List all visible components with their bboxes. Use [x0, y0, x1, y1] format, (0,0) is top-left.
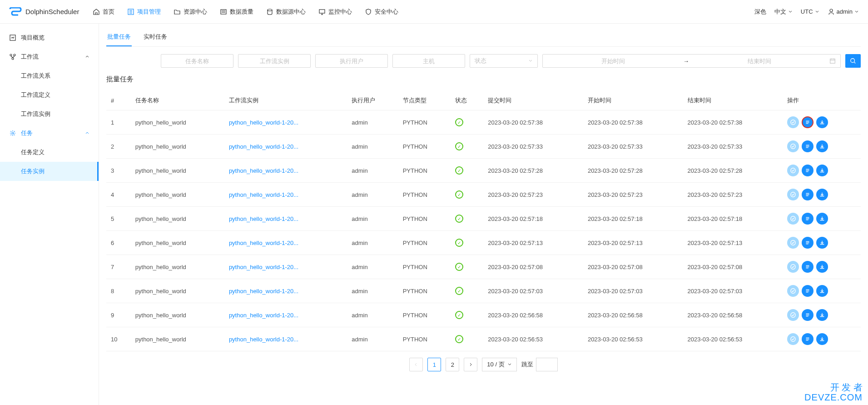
- search-icon: [850, 58, 856, 64]
- sidebar-task-instance[interactable]: 任务实例: [0, 162, 99, 181]
- lang-select[interactable]: 中文: [774, 8, 793, 16]
- filter-workflow-instance[interactable]: [238, 54, 311, 68]
- theme-toggle[interactable]: 深色: [754, 8, 766, 16]
- force-success-button[interactable]: [787, 309, 799, 321]
- view-log-button[interactable]: [802, 165, 813, 176]
- cell-index: 6: [106, 231, 131, 255]
- download-log-button[interactable]: [816, 140, 828, 152]
- nav-monitor[interactable]: 监控中心: [318, 8, 352, 16]
- filter-executor[interactable]: [315, 54, 388, 68]
- view-log-button[interactable]: [802, 140, 813, 152]
- cell-workflow-instance[interactable]: python_hello_world-1-20...: [224, 279, 347, 303]
- cell-workflow-instance[interactable]: python_hello_world-1-20...: [224, 110, 347, 135]
- cell-state: [451, 279, 483, 303]
- tabs: 批量任务 实时任务: [106, 28, 861, 47]
- view-log-button[interactable]: [802, 189, 813, 200]
- nav-security[interactable]: 安全中心: [365, 8, 398, 16]
- sidebar-workflow-instance[interactable]: 工作流实例: [0, 105, 99, 124]
- force-success-button[interactable]: [787, 261, 799, 273]
- cell-workflow-instance[interactable]: python_hello_world-1-20...: [224, 303, 347, 327]
- nav-resources[interactable]: 资源中心: [174, 8, 207, 16]
- download-log-button[interactable]: [816, 333, 828, 345]
- view-log-button[interactable]: [802, 333, 813, 345]
- download-log-button[interactable]: [816, 237, 828, 249]
- cell-workflow-instance[interactable]: python_hello_world-1-20...: [224, 183, 347, 207]
- svg-point-15: [12, 58, 14, 60]
- tab-batch[interactable]: 批量任务: [106, 28, 132, 46]
- cell-workflow-instance[interactable]: python_hello_world-1-20...: [224, 231, 347, 255]
- cell-executor: admin: [347, 255, 398, 279]
- nav-data-quality[interactable]: 数据质量: [220, 8, 253, 16]
- cell-start-time: 2023-03-20 02:56:53: [583, 327, 683, 351]
- chevron-up-icon: [85, 55, 89, 59]
- force-success-button[interactable]: [787, 237, 799, 249]
- nav-home[interactable]: 首页: [93, 8, 114, 16]
- page-jump-input[interactable]: [536, 358, 558, 371]
- force-success-button[interactable]: [787, 140, 799, 152]
- view-log-button[interactable]: [802, 116, 813, 128]
- download-log-button[interactable]: [816, 309, 828, 321]
- page-prev[interactable]: [409, 358, 423, 371]
- check-circle-icon: [790, 240, 796, 246]
- page-1[interactable]: 1: [427, 358, 441, 371]
- sidebar-workflow[interactable]: 工作流: [0, 47, 99, 66]
- sidebar-workflow-relation[interactable]: 工作流关系: [0, 66, 99, 85]
- search-button[interactable]: [845, 54, 861, 68]
- cell-workflow-instance[interactable]: python_hello_world-1-20...: [224, 159, 347, 183]
- sidebar-overview[interactable]: 项目概览: [0, 28, 99, 47]
- cell-start-time: 2023-03-20 02:57:13: [583, 231, 683, 255]
- logo[interactable]: DolphinScheduler: [9, 7, 79, 16]
- tab-realtime[interactable]: 实时任务: [143, 28, 168, 46]
- page-next[interactable]: [464, 358, 477, 371]
- sidebar-task[interactable]: 任务: [0, 124, 99, 143]
- cell-end-time: 2023-03-20 02:57:18: [683, 207, 783, 231]
- cell-node-type: PYTHON: [398, 159, 451, 183]
- sidebar-task-definition[interactable]: 任务定义: [0, 143, 99, 162]
- page-2[interactable]: 2: [446, 358, 459, 371]
- download-log-button[interactable]: [816, 116, 828, 128]
- filter-task-name[interactable]: [161, 54, 233, 68]
- download-log-button[interactable]: [816, 165, 828, 176]
- sidebar-workflow-definition[interactable]: 工作流定义: [0, 85, 99, 105]
- force-success-button[interactable]: [787, 189, 799, 200]
- download-log-button[interactable]: [816, 189, 828, 200]
- user-menu[interactable]: admin: [828, 8, 859, 15]
- view-log-button[interactable]: [802, 309, 813, 321]
- filter-daterange[interactable]: →: [542, 54, 841, 68]
- download-log-button[interactable]: [816, 261, 828, 273]
- chevron-down-icon: [788, 10, 793, 14]
- cell-index: 7: [106, 255, 131, 279]
- cell-workflow-instance[interactable]: python_hello_world-1-20...: [224, 255, 347, 279]
- cell-workflow-instance[interactable]: python_hello_world-1-20...: [224, 327, 347, 351]
- tz-select[interactable]: UTC: [801, 8, 819, 15]
- col-start-time: 开始时间: [583, 91, 683, 110]
- force-success-button[interactable]: [787, 213, 799, 225]
- cell-workflow-instance[interactable]: python_hello_world-1-20...: [224, 135, 347, 159]
- top-nav: 首页 项目管理 资源中心 数据质量 数据源中心 监控中心 安全中心: [93, 8, 754, 16]
- nav-projects[interactable]: 项目管理: [127, 8, 161, 16]
- force-success-button[interactable]: [787, 285, 799, 297]
- force-success-button[interactable]: [787, 333, 799, 345]
- view-log-button[interactable]: [802, 261, 813, 273]
- download-log-button[interactable]: [816, 285, 828, 297]
- calendar-icon: [829, 58, 836, 64]
- filter-host[interactable]: [392, 54, 465, 68]
- cell-submit-time: 2023-03-20 02:57:33: [483, 135, 583, 159]
- force-success-button[interactable]: [787, 116, 799, 128]
- cell-node-type: PYTHON: [398, 231, 451, 255]
- cell-workflow-instance[interactable]: python_hello_world-1-20...: [224, 207, 347, 231]
- view-log-button[interactable]: [802, 237, 813, 249]
- page-size-select[interactable]: 10 / 页: [482, 358, 516, 371]
- filter-end-time[interactable]: [694, 58, 825, 65]
- force-success-button[interactable]: [787, 165, 799, 176]
- cell-node-type: PYTHON: [398, 279, 451, 303]
- view-log-button[interactable]: [802, 213, 813, 225]
- download-icon: [819, 240, 825, 246]
- cell-end-time: 2023-03-20 02:56:53: [683, 327, 783, 351]
- filter-state[interactable]: 状态: [470, 54, 538, 68]
- nav-datasource[interactable]: 数据源中心: [266, 8, 306, 16]
- filter-start-time[interactable]: [547, 58, 679, 65]
- view-log-button[interactable]: [802, 285, 813, 297]
- download-log-button[interactable]: [816, 213, 828, 225]
- cell-node-type: PYTHON: [398, 255, 451, 279]
